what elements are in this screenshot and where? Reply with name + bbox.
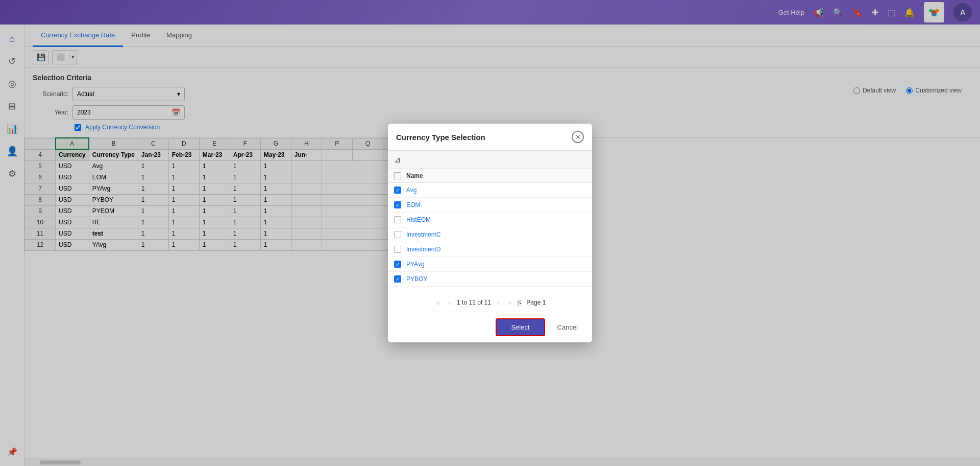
select-all-checkbox[interactable]: [394, 172, 401, 179]
scroll-spacer: [388, 287, 592, 293]
cancel-button[interactable]: Cancel: [551, 319, 584, 335]
modal-overlay: Currency Type Selection ✕ ⊿ Name Avg EOM: [0, 0, 980, 466]
item-name-eom: EOM: [406, 201, 420, 208]
list-item-investmentd[interactable]: InvestmentD: [388, 242, 592, 257]
modal-pagination: « ‹ 1 to 11 of 11 › » ⎘ Page 1: [388, 293, 592, 312]
pagination-info: 1 to 11 of 11: [457, 299, 491, 306]
checkbox-pyavg[interactable]: [394, 261, 401, 268]
page-number: Page 1: [526, 299, 546, 306]
select-button[interactable]: Select: [496, 318, 545, 336]
prev-page-button[interactable]: ‹: [446, 297, 453, 308]
copy-page-icon[interactable]: ⎘: [518, 298, 522, 307]
list-header-name: Name: [406, 172, 423, 179]
modal-filter-bar: ⊿: [388, 151, 592, 169]
modal-list-header: Name: [388, 169, 592, 183]
modal-close-button[interactable]: ✕: [572, 131, 584, 143]
list-item-pyavg[interactable]: PYAvg: [388, 257, 592, 272]
item-name-investmentc: InvestmentC: [406, 231, 440, 238]
item-name-pyavg: PYAvg: [406, 261, 425, 268]
list-item-investmentc[interactable]: InvestmentC: [388, 227, 592, 242]
currency-type-selection-modal: Currency Type Selection ✕ ⊿ Name Avg EOM: [388, 124, 592, 342]
modal-title: Currency Type Selection: [396, 133, 485, 142]
list-item-pyboy[interactable]: PYBOY: [388, 272, 592, 287]
checkbox-investmentd[interactable]: [394, 246, 401, 253]
item-name-histeom: HistEOM: [406, 216, 431, 223]
checkbox-pyboy[interactable]: [394, 275, 401, 283]
checkbox-avg[interactable]: [394, 187, 401, 194]
modal-list: Avg EOM HistEOM InvestmentC InvestmentD: [388, 183, 592, 293]
checkbox-histeom[interactable]: [394, 216, 401, 223]
checkbox-eom[interactable]: [394, 201, 401, 208]
next-page-button[interactable]: ›: [495, 297, 502, 308]
list-item-eom[interactable]: EOM: [388, 198, 592, 213]
list-item-histeom[interactable]: HistEOM: [388, 213, 592, 227]
filter-icon[interactable]: ⊿: [394, 155, 401, 165]
list-item-avg[interactable]: Avg: [388, 183, 592, 198]
item-name-avg: Avg: [406, 187, 416, 194]
item-name-investmentd: InvestmentD: [406, 246, 440, 253]
item-name-pyboy: PYBOY: [406, 275, 427, 283]
checkbox-investmentc[interactable]: [394, 231, 401, 238]
modal-footer: Select Cancel: [388, 312, 592, 342]
modal-header: Currency Type Selection ✕: [388, 124, 592, 151]
last-page-button[interactable]: »: [506, 297, 514, 308]
first-page-button[interactable]: «: [434, 297, 443, 308]
